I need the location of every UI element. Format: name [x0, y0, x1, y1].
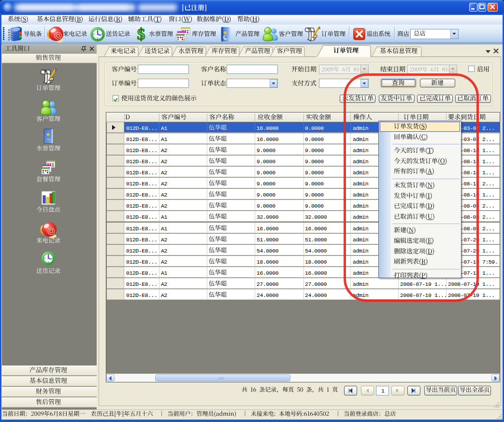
svg-text:$: $	[137, 27, 145, 42]
